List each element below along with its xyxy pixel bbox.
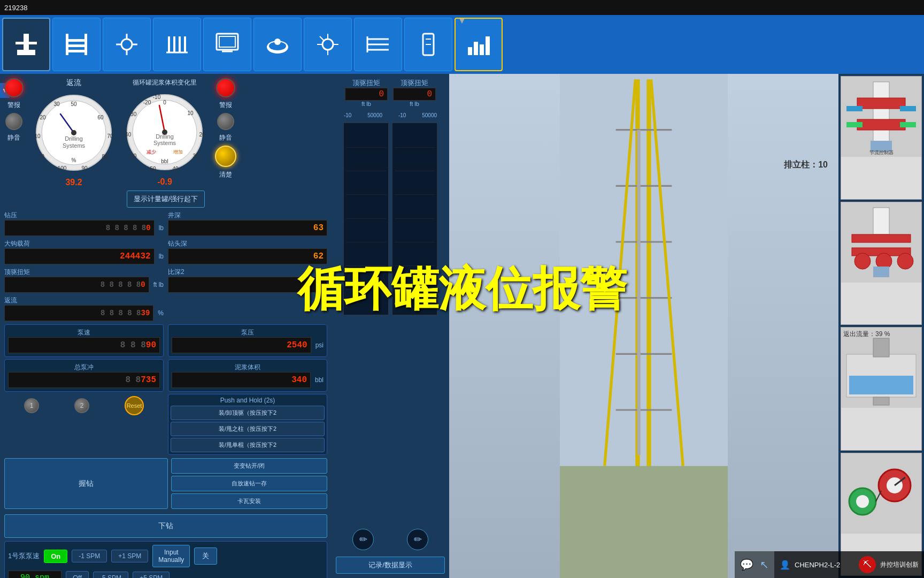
svg-point-119 (856, 495, 869, 508)
reset-button[interactable]: Reset (125, 396, 144, 415)
svg-rect-3 (66, 39, 87, 42)
well-depth-label: 井深 (168, 211, 327, 220)
svg-rect-6 (66, 34, 68, 55)
pump-off-button[interactable]: Off (66, 571, 89, 578)
plus5-spm-button[interactable]: +5 SPM (133, 572, 170, 579)
auto-store-button[interactable]: 自放速钻一存 (171, 476, 327, 491)
pump-on-button[interactable]: On (44, 550, 67, 563)
svg-rect-113 (873, 397, 889, 405)
nav-button-9[interactable] (404, 18, 452, 71)
pump-12-reset: 1 2 Reset (4, 394, 164, 417)
torque-col1-label: 顶驱扭矩 (352, 78, 380, 88)
minus5-spm-button[interactable]: -5 SPM (93, 572, 128, 579)
nav-button-8[interactable] (354, 18, 402, 71)
push-hold-btn-1[interactable]: 装/卸顶驱（按压按下2 (171, 406, 325, 420)
tank-volume-gauge: 循环罐泥浆体积变化里 0 10 20 30 40 50 -50 -40 -30 … (122, 78, 207, 187)
cursor-icon[interactable]: ↖ (760, 558, 769, 571)
metrics-section: 钻压 8 8 8 8 80 lb 大钩载荷 244432 (4, 211, 327, 321)
right-alarm-button[interactable] (216, 78, 235, 97)
svg-rect-1 (16, 42, 37, 44)
svg-rect-96 (900, 106, 916, 111)
svg-text:80: 80 (102, 154, 108, 159)
grasp-button[interactable]: 握钻 (4, 458, 168, 509)
nav-button-10[interactable] (455, 18, 503, 71)
left-panel: 警报 静音 返流 50 60 70 80 90 100 0 (0, 74, 332, 578)
middle-panel: 顶驱扭矩 0 ft lb 顶驱扭矩 0 ft lb -10 50000 -10 … (332, 74, 449, 578)
pump-speed-box: 泵速 8 8 890 (4, 324, 164, 357)
nav-button-2[interactable] (52, 18, 101, 71)
mud-volume-box: 泥浆体积 340 bbl (168, 359, 327, 392)
record-data-button[interactable]: 记录/数据显示 (336, 557, 445, 574)
svg-point-77 (162, 130, 167, 135)
drill-bit-label: 钻头深 (168, 239, 327, 248)
svg-text:Systems: Systems (153, 140, 176, 146)
push-hold-btn-3[interactable]: 装/甩单棍（按压按下2 (171, 438, 325, 452)
svg-rect-38 (474, 42, 478, 55)
choke-svg (841, 202, 921, 283)
pump-2-button[interactable]: 2 (74, 398, 89, 413)
torque-bar-1 (343, 123, 389, 315)
svg-text:bbl: bbl (161, 158, 168, 164)
return-flow-metric-label: 返流 (4, 296, 164, 305)
svg-point-23 (274, 39, 281, 45)
nav-button-3[interactable] (103, 18, 151, 71)
chat-icon[interactable]: 💬 (740, 558, 753, 571)
pump-1-button[interactable]: 1 (24, 398, 39, 413)
svg-text:%: % (72, 157, 76, 163)
svg-text:30: 30 (192, 153, 199, 159)
record-btn-1[interactable]: ✏ (352, 529, 374, 550)
left-mute-button[interactable] (5, 113, 22, 130)
rig-stand-count: 排立柱：10 (784, 159, 828, 171)
lower-button-row: 下钻 (4, 514, 327, 538)
push-hold-label: Push and Hold (2s) (171, 397, 325, 404)
lower-button[interactable]: 下钻 (4, 514, 327, 538)
scale-min-2: -10 (398, 112, 406, 118)
pump-controls-section: 泵速 8 8 890 总泵冲 8 8735 1 (4, 324, 327, 455)
svg-rect-40 (486, 36, 490, 55)
push-hold-btn-2[interactable]: 装/甩之柱（按压按下2 (171, 422, 325, 436)
left-alarm-button[interactable] (4, 78, 24, 97)
install-hook-button[interactable]: 卡瓦安装 (171, 493, 327, 509)
nav-button-7[interactable] (304, 18, 352, 71)
drill-bit-depth-group: 钻头深 62 (168, 239, 327, 264)
svg-text:-40: -40 (124, 132, 132, 138)
nav-button-6[interactable] (253, 18, 302, 71)
drill-pressure-unit: lb (159, 224, 164, 232)
current-speed-display: 90 spm (8, 571, 61, 578)
input-manually-button[interactable]: InputManually (152, 545, 190, 567)
svg-rect-111 (849, 376, 913, 394)
drill-pressure-label: 钻压 (4, 211, 164, 220)
pump-pressure-unit: psi (315, 341, 324, 349)
svg-rect-19 (219, 36, 235, 47)
pump-pressure-label: 泵压 (172, 328, 324, 337)
panel4-svg (841, 453, 921, 534)
mini-panel-choke (841, 202, 922, 325)
record-buttons-row: ✏ ✏ (336, 529, 445, 550)
pump-left: 泵速 8 8 890 总泵冲 8 8735 1 (4, 324, 164, 455)
svg-rect-39 (480, 44, 484, 55)
hook-load-label: 大钩载荷 (4, 239, 164, 248)
company-logo: ⛏ (859, 556, 876, 573)
notification-user: CHENPH2-L-2 (795, 561, 840, 569)
right-mute-button[interactable] (217, 113, 234, 130)
tank-volume-value: -0.9 (157, 177, 172, 187)
change-bit-button[interactable]: 变变钻开/闭 (171, 458, 327, 474)
minus1-spm-button[interactable]: -1 SPM (72, 550, 107, 562)
pump-right: 泵压 2540 psi 泥浆体积 340 bbl (168, 324, 327, 455)
nav-button-4[interactable] (153, 18, 201, 71)
well-depth-display: 63 (168, 220, 327, 236)
plus1-spm-button[interactable]: +1 SPM (111, 550, 148, 562)
total-strokes-label: 总泵冲 (8, 363, 160, 372)
right-mute-label: 静音 (219, 133, 232, 142)
scale-max-2: 50000 (422, 112, 437, 118)
display-button[interactable]: 显示计量罐/强行起下 (127, 191, 205, 208)
close-button[interactable]: 关 (194, 547, 217, 565)
svg-text:50: 50 (71, 101, 77, 107)
pump-speed-section-label: 1号泵泵速 (8, 551, 40, 561)
nav-button-1[interactable] (2, 18, 50, 71)
nav-button-5[interactable] (203, 18, 251, 71)
title-text: 219238 (4, 4, 27, 12)
return-flow-group: 返流 8 8 8 8 839 % (4, 296, 164, 321)
gauges-row: 警报 静音 返流 50 60 70 80 90 100 0 (4, 78, 327, 187)
record-btn-2[interactable]: ✏ (407, 529, 428, 550)
